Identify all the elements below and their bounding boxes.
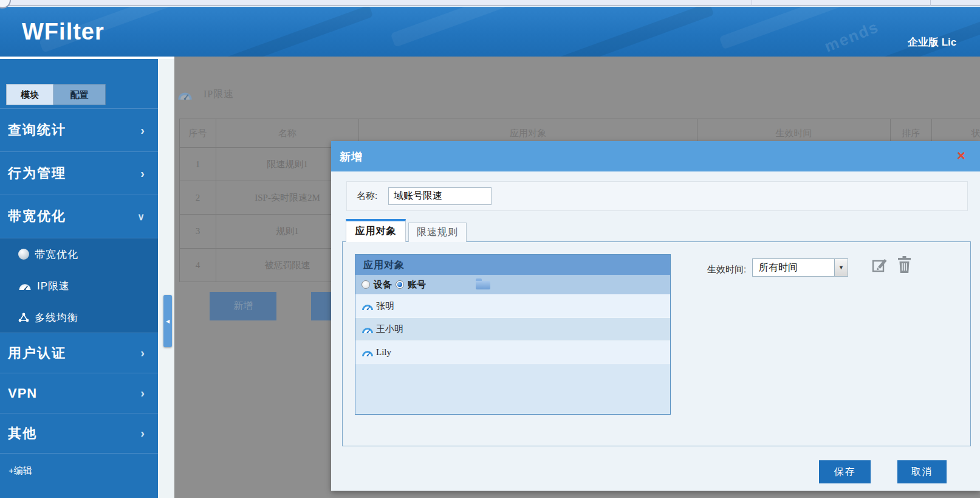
table-row-cell-no[interactable]: 4 [180,249,216,282]
time-select[interactable]: 所有时间 ▼ [752,258,848,277]
time-select-value: 所有时间 [753,259,848,276]
modal-title: 新增 [340,150,363,164]
license-label: 企业版 Lic [908,35,956,49]
effective-time-label: 生效时间: [707,264,746,275]
chevron-right-icon: › [140,386,145,400]
sidebar-item-vpn[interactable]: VPN › [0,373,158,413]
table-row-cell-no[interactable]: 3 [180,215,216,249]
user-list-item[interactable]: 王小明 [355,317,670,341]
tab-modules[interactable]: 模块 [6,84,53,105]
target-type-radio-row: 设备 账号 [355,275,670,294]
gauge-icon [362,302,374,310]
panel-empty-area [355,364,670,414]
add-rule-modal: 新增 × 名称: 应用对象 限速规则 应用对象 设备 账号 [331,141,980,491]
dropdown-arrow-icon[interactable]: ▼ [834,259,848,276]
panel-header: 应用对象 [355,255,670,275]
user-list-item[interactable]: Lily [355,341,670,364]
add-rule-button[interactable]: 新增 [210,292,276,320]
gauge-icon [362,348,374,356]
submenu-item-multiline-balance[interactable]: 多线均衡 [0,302,158,333]
name-label: 名称: [357,190,377,202]
tab-speed-rule[interactable]: 限速规则 [408,223,467,242]
browser-chrome-strip [0,0,980,6]
page-title: IP限速 [204,88,234,101]
radio-device[interactable] [362,280,370,289]
cancel-button[interactable]: 取消 [897,460,947,483]
sidebar-item-query-stats[interactable]: 查询统计 › [0,108,158,151]
chevron-right-icon: › [140,426,145,440]
tab-content-area: 应用对象 设备 账号 张明 [342,241,971,446]
radio-account-label[interactable]: 账号 [408,279,426,291]
browser-tab-separator [930,0,931,6]
sidebar: 模块 配置 查询统计 › 行为管理 › 带宽优化 ∨ 带宽优化 [0,57,158,498]
table-row-cell-no[interactable]: 1 [180,148,216,181]
table-row-cell-no[interactable]: 2 [180,181,216,215]
edit-time-icon[interactable] [872,257,888,273]
delete-time-icon[interactable] [897,256,911,273]
radio-account[interactable] [396,280,404,289]
chevron-right-icon: › [140,346,145,360]
background-watermark: mends [822,18,882,57]
gauge-icon [18,282,32,290]
user-list-item[interactable]: 张明 [355,294,670,317]
folder-icon[interactable] [476,281,490,289]
sidebar-item-other[interactable]: 其他 › [0,413,158,453]
save-button[interactable]: 保存 [819,460,871,483]
tab-apply-target[interactable]: 应用对象 [346,219,406,242]
name-input[interactable] [388,187,492,205]
gauge-icon [362,325,374,333]
sphere-icon [18,249,29,260]
sidebar-tab-bar: 模块 配置 [6,84,106,105]
chevron-down-icon: ∨ [137,211,145,223]
screen: mends WFilter 企业版 Lic 模块 配置 查询统计 › 行为管理 … [0,0,980,498]
apply-target-panel: 应用对象 设备 账号 张明 [355,254,671,415]
chevron-right-icon: › [140,123,145,137]
sidebar-footer-divider [0,453,158,454]
tab-config[interactable]: 配置 [53,84,106,105]
sidebar-item-user-auth[interactable]: 用户认证 › [0,333,158,373]
sidebar-item-bandwidth-opt[interactable]: 带宽优化 ∨ [0,195,158,238]
app-header: mends WFilter 企业版 Lic [0,7,980,57]
browser-tab-separator [752,0,752,6]
bandwidth-submenu: 带宽优化 IP限速 [0,238,158,333]
gauge-icon [177,89,193,100]
radio-device-label[interactable]: 设备 [374,279,392,291]
name-field-row: 名称: [346,181,968,211]
edit-menu-link[interactable]: +编辑 [9,465,32,477]
sidebar-gutter [158,57,174,498]
submenu-item-bandwidth-opt[interactable]: 带宽优化 [0,238,158,270]
sidebar-item-behavior-mgmt[interactable]: 行为管理 › [0,151,158,195]
collapse-left-icon: ◀ [166,319,170,324]
app-logo: WFilter [22,19,105,45]
sidebar-collapse-handle[interactable]: ◀ [163,295,172,347]
page-title-row: IP限速 [177,88,234,101]
submenu-item-ip-limit[interactable]: IP限速 [0,270,158,302]
close-icon[interactable]: × [957,147,965,164]
modal-header: 新增 × [331,141,980,171]
chevron-right-icon: › [140,167,145,181]
col-header-no: 序号 [180,119,216,148]
load-balance-icon [18,313,29,322]
